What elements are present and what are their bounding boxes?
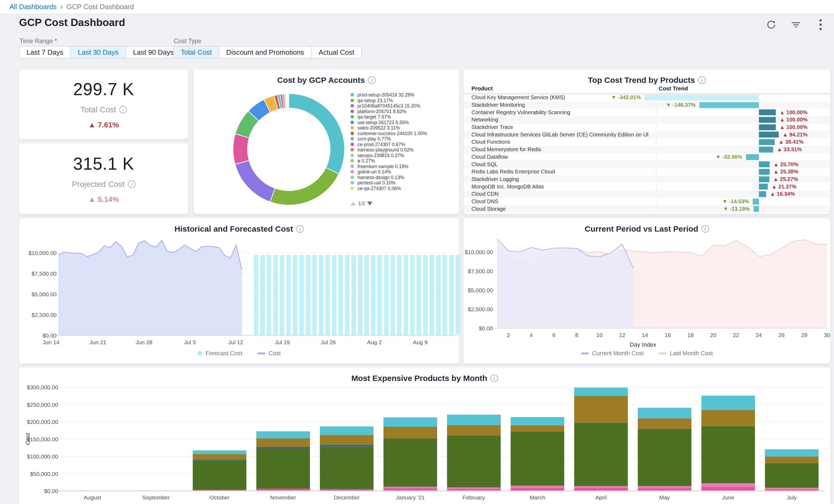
axis-tick: $300,000.00 bbox=[21, 384, 58, 391]
breadcrumb-current: GCP Cost Dashboard bbox=[66, 3, 134, 11]
table-row[interactable]: MongoDB Inc. MongoDB Atlas▲ 21.37% bbox=[463, 183, 830, 190]
filter-icon[interactable] bbox=[791, 19, 801, 30]
legend-label: sales-209522 3.11% bbox=[357, 125, 400, 131]
legend-item[interactable]: customer-success-244100 1.00% bbox=[351, 131, 456, 136]
table-row[interactable]: Cloud Memorystore for Redis▲ 33.51% bbox=[463, 146, 830, 153]
table-row[interactable]: Cloud Key Management Service (KMS)▼ -342… bbox=[463, 94, 830, 101]
legend-swatch bbox=[351, 104, 354, 108]
stacked-bar-segment bbox=[638, 429, 692, 486]
legend-item[interactable]: freemium-sample 0.19% bbox=[351, 164, 456, 170]
legend-item[interactable]: ccm-play 0.77% bbox=[351, 136, 456, 142]
stacked-bar-segment bbox=[765, 488, 818, 489]
legend-last-month[interactable]: Last Month Cost bbox=[659, 350, 713, 357]
projected-cost-delta: ▲ 5.14% bbox=[88, 195, 119, 204]
trend-table-body: Cloud Key Management Service (KMS)▼ -342… bbox=[463, 94, 830, 213]
refresh-icon[interactable] bbox=[766, 19, 776, 30]
legend-pager: 1/2 bbox=[351, 200, 372, 206]
legend-label: platform-205701 8.82% bbox=[357, 109, 406, 114]
donut-slice-qa-setup[interactable] bbox=[270, 168, 339, 205]
table-row[interactable]: Redis Labs Redis Enterprise Cloud▲ 25.38… bbox=[463, 168, 830, 176]
legend-item[interactable]: platform-205701 8.82% bbox=[351, 109, 456, 114]
axis-tick: $7,500.00 bbox=[463, 268, 493, 275]
legend-item[interactable]: uat-setup-261723 5.55% bbox=[351, 120, 456, 126]
axis-tick: Jul 26 bbox=[317, 339, 339, 346]
cost-type-actual-cost[interactable]: Actual Cost bbox=[311, 46, 362, 59]
legend-item[interactable]: pentest-uat 0.10% bbox=[351, 180, 456, 186]
legend-item[interactable]: harness-design 0.13% bbox=[351, 175, 456, 180]
legend-item[interactable]: qa-setup 23.17% bbox=[351, 98, 456, 104]
legend-item[interactable]: prod-setup-205416 32.29% bbox=[351, 92, 456, 98]
legend-item[interactable]: qa-target 7.57% bbox=[351, 114, 456, 120]
donut-slice-pr10406a87045145c3[interactable] bbox=[235, 160, 275, 202]
monthly-products-chart[interactable] bbox=[19, 367, 830, 504]
cost-type-discount-and-promotions[interactable]: Discount and Promotions bbox=[219, 46, 312, 59]
axis-tick: $0.00 bbox=[21, 488, 58, 494]
top-nav: All Dashboards › GCP Cost Dashboard bbox=[0, 0, 834, 14]
stacked-bar-segment bbox=[447, 425, 501, 436]
table-row[interactable]: Cloud SQL▲ 25.70% bbox=[463, 160, 830, 168]
stacked-bar-segment bbox=[765, 463, 818, 488]
kebab-menu-icon[interactable] bbox=[815, 19, 826, 30]
stacked-bar-segment bbox=[511, 432, 564, 486]
legend-page-up-icon[interactable] bbox=[351, 202, 356, 205]
trend-value: ▲ 100.00% bbox=[780, 124, 808, 131]
col-header-product[interactable]: Product bbox=[471, 85, 492, 92]
legend-item[interactable]: golink-url 0.14% bbox=[351, 169, 456, 175]
table-row[interactable]: Cloud Infrastructure Services GitLab Ser… bbox=[463, 131, 830, 138]
legend-item[interactable]: secops-239815 0.37% bbox=[351, 153, 456, 158]
legend-item[interactable]: sales-209522 3.11% bbox=[351, 125, 456, 131]
cost-type-total-cost[interactable]: Total Cost bbox=[173, 46, 219, 59]
axis-tick: 6 bbox=[546, 332, 562, 338]
table-row[interactable]: Networking▲ 100.00% bbox=[463, 116, 830, 124]
legend-current-month[interactable]: Current Month Cost bbox=[581, 350, 643, 357]
col-header-cost-trend[interactable]: Cost Trend bbox=[659, 85, 688, 92]
axis-tick: 28 bbox=[796, 332, 812, 338]
info-icon[interactable]: i bbox=[698, 76, 706, 84]
breadcrumb-all-dashboards[interactable]: All Dashboards bbox=[9, 3, 57, 11]
legend-forecast-cost[interactable]: Forecast Cost bbox=[197, 350, 242, 357]
axis-tick: 18 bbox=[682, 332, 699, 338]
stacked-bar-segment bbox=[511, 486, 564, 488]
table-row[interactable]: Cloud CDN▲ 16.34% bbox=[463, 190, 830, 198]
stacked-bar-segment bbox=[193, 460, 246, 490]
table-row[interactable]: Stackdriver Trace▲ 100.00% bbox=[463, 124, 830, 131]
axis-tick: Jun 28 bbox=[133, 339, 155, 346]
donut-slice-platform-205701[interactable] bbox=[233, 134, 249, 165]
stacked-bar-segment bbox=[701, 396, 755, 410]
legend-swatch bbox=[351, 187, 354, 190]
time-range-last-90-days[interactable]: Last 90 Days bbox=[126, 46, 181, 59]
donut-slice-prod-setup-205416[interactable] bbox=[289, 93, 345, 174]
table-row[interactable]: Cloud Functions▲ 38.41% bbox=[463, 138, 830, 146]
axis-tick: Aug 2 bbox=[364, 339, 385, 346]
axis-tick: October bbox=[190, 494, 249, 501]
table-row[interactable]: Stackdriver Monitoring▼ -146.37% bbox=[463, 101, 830, 109]
table-row[interactable]: Cloud DNS▼ -14.53% bbox=[463, 198, 830, 205]
legend-item[interactable]: ce-prod-274307 0.67% bbox=[351, 142, 456, 148]
info-icon[interactable]: i bbox=[119, 106, 127, 113]
legend-item[interactable]: harness-playground 0.52% bbox=[351, 147, 456, 153]
table-row[interactable]: Stackdriver Logging▲ 25.27% bbox=[463, 176, 830, 183]
legend-item[interactable]: pr10406a87045145c3 15.20% bbox=[351, 103, 456, 109]
time-range-last-30-days[interactable]: Last 30 Days bbox=[70, 46, 126, 59]
table-row[interactable]: Container Registry Vulnerability Scannin… bbox=[463, 109, 830, 116]
trend-value: ▼ -146.37% bbox=[666, 101, 696, 109]
legend-swatch bbox=[351, 120, 354, 124]
product-cell: Cloud Key Management Service (KMS) bbox=[471, 94, 565, 101]
trend-value: ▲ 100.00% bbox=[780, 116, 808, 124]
trend-bar bbox=[645, 95, 759, 101]
legend-item[interactable]: ce-qa-274307 0.06% bbox=[351, 186, 456, 192]
table-row[interactable]: Cloud Storage▼ -13.19% bbox=[463, 205, 830, 213]
table-row[interactable]: Cloud Dataflow▼ -32.06% bbox=[463, 153, 830, 161]
legend-item[interactable]: ø 0.27% bbox=[351, 158, 456, 164]
legend-cost[interactable]: Cost bbox=[257, 350, 281, 357]
trend-bar bbox=[759, 169, 770, 175]
trend-value: ▼ -13.19% bbox=[723, 205, 750, 213]
legend-page-down-icon[interactable] bbox=[367, 202, 372, 205]
axis-tick: Jul 12 bbox=[225, 339, 246, 346]
legend-label: harness-playground 0.52% bbox=[357, 147, 414, 153]
info-icon[interactable]: i bbox=[128, 180, 135, 188]
time-range-last-7-days[interactable]: Last 7 Days bbox=[19, 46, 71, 59]
stacked-bar-segment bbox=[574, 396, 628, 422]
trend-bar bbox=[753, 199, 759, 204]
axis-tick: 24 bbox=[751, 332, 767, 338]
